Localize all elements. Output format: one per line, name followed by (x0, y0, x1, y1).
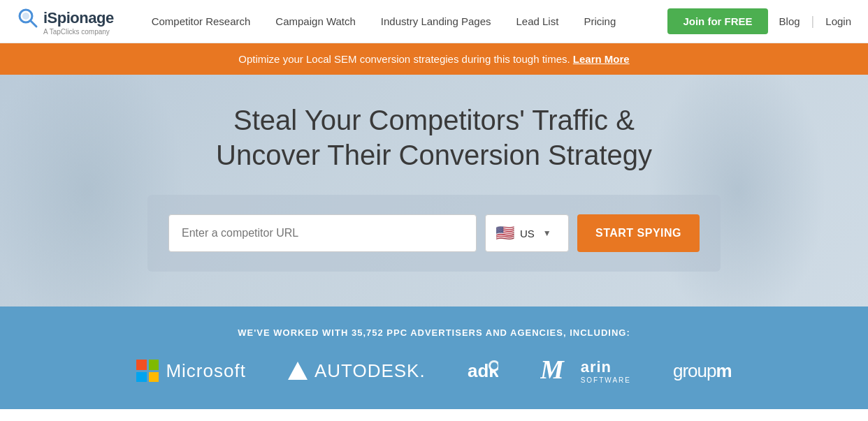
partners-section: WE'VE WORKED WITH 35,752 PPC ADVERTISERS… (0, 306, 868, 409)
nav-competitor-research[interactable]: Competitor Research (139, 0, 263, 43)
partner-autodesk: AUTODESK. (288, 360, 426, 382)
nav-lead-list[interactable]: Lead List (503, 0, 571, 43)
hero-content: Steal Your Competitors' Traffic & Uncove… (14, 103, 854, 272)
svg-text:M: M (540, 357, 565, 384)
microsoft-label: Microsoft (166, 360, 245, 382)
announcement-bar: Optimize your Local SEM conversion strat… (0, 43, 868, 75)
hero-section: Steal Your Competitors' Traffic & Uncove… (0, 75, 868, 306)
nav-links: Competitor Research Campaign Watch Indus… (139, 0, 668, 43)
country-text: US (520, 228, 535, 239)
svg-point-5 (491, 362, 498, 369)
announcement-text: Optimize your Local SEM conversion strat… (238, 53, 570, 65)
marin-label: arin (581, 358, 612, 376)
brand-name: iSpionage (43, 9, 114, 27)
hero-title-line2: Uncover Their Conversion Strategy (216, 140, 652, 170)
join-button[interactable]: Join for FREE (667, 8, 767, 34)
nav-divider: | (811, 14, 815, 29)
search-box-container: 🇺🇸 US ▼ START SPYING (147, 195, 721, 272)
logo[interactable]: iSpionage A TapClicks company (17, 7, 114, 36)
ms-cell-red (136, 360, 147, 370)
ms-cell-yellow (149, 372, 159, 383)
hero-title: Steal Your Competitors' Traffic & Uncove… (14, 103, 854, 172)
nav-right: Join for FREE Blog | Login (667, 8, 851, 34)
ms-cell-blue (136, 372, 147, 383)
hero-title-line1: Steal Your Competitors' Traffic & (233, 105, 635, 135)
announcement-link[interactable]: Learn More (573, 53, 630, 65)
nav-industry-landing-pages[interactable]: Industry Landing Pages (368, 0, 504, 43)
start-spying-button[interactable]: START SPYING (577, 214, 700, 252)
competitor-url-input[interactable] (168, 214, 477, 252)
marin-sublabel: SOFTWARE (581, 376, 631, 384)
navbar: iSpionage A TapClicks company Competitor… (0, 0, 868, 43)
chevron-down-icon: ▼ (543, 228, 551, 238)
partners-tagline: WE'VE WORKED WITH 35,752 PPC ADVERTISERS… (28, 327, 840, 338)
blog-link[interactable]: Blog (779, 15, 800, 27)
adknowledge-logo-icon: adknowledge (468, 359, 498, 383)
logo-icon (17, 7, 39, 29)
partner-adknowledge: adknowledge (468, 359, 498, 383)
nav-pricing[interactable]: Pricing (571, 0, 628, 43)
brand-sub: A TapClicks company (43, 28, 114, 36)
country-select[interactable]: 🇺🇸 US ▼ (485, 214, 569, 252)
login-link[interactable]: Login (825, 15, 851, 27)
partners-logos: Microsoft AUTODESK. adknowledge M arin S… (28, 357, 840, 384)
marin-logo-icon: M (540, 357, 574, 384)
partner-marin: M arin SOFTWARE (540, 357, 631, 384)
svg-point-2 (22, 13, 29, 20)
svg-line-1 (31, 21, 36, 27)
autodesk-logo-icon (288, 362, 308, 380)
groupm-label: groupm (673, 360, 732, 382)
autodesk-label: AUTODESK. (314, 360, 426, 382)
partner-groupm: groupm (673, 360, 732, 382)
microsoft-logo-icon (136, 360, 159, 382)
partner-microsoft: Microsoft (136, 360, 245, 382)
us-flag-icon: 🇺🇸 (496, 224, 514, 242)
ms-cell-green (149, 360, 159, 370)
nav-campaign-watch[interactable]: Campaign Watch (263, 0, 368, 43)
